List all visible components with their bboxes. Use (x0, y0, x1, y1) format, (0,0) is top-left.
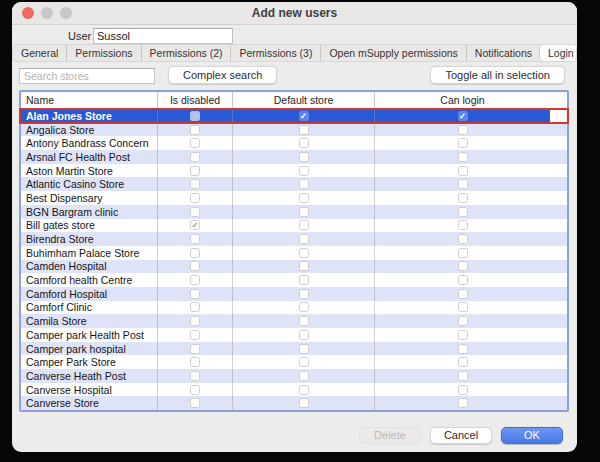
table-row[interactable]: Camford health Centre (21, 273, 567, 287)
checkbox-unchecked[interactable] (190, 125, 200, 135)
checkbox-unchecked[interactable] (299, 138, 309, 148)
checkbox-unchecked[interactable] (299, 357, 309, 367)
table-row[interactable]: Buhimham Palace Store (21, 246, 567, 260)
store-name-cell[interactable]: Antony Bandrass Concern (21, 136, 157, 150)
checkbox-unchecked[interactable] (190, 344, 200, 354)
checkbox-checked[interactable]: ✓ (299, 111, 309, 121)
checkbox-unchecked[interactable] (458, 193, 468, 203)
checkbox-unchecked[interactable] (299, 316, 309, 326)
checkbox-unchecked[interactable] (299, 234, 309, 244)
table-row[interactable]: BGN Bargram clinic (21, 205, 567, 219)
checkbox-unchecked[interactable] (458, 385, 468, 395)
column-header-name[interactable]: Name (21, 92, 157, 108)
checkbox-unchecked[interactable] (458, 289, 468, 299)
checkbox-unchecked[interactable] (458, 316, 468, 326)
table-row[interactable]: Camford Hospital (21, 287, 567, 301)
checkbox-unchecked[interactable] (299, 261, 309, 271)
store-name-cell[interactable]: Camford health Centre (21, 273, 157, 287)
checkbox-unchecked[interactable] (458, 302, 468, 312)
checkbox-unchecked[interactable] (458, 220, 468, 230)
vertical-scrollbar-thumb[interactable] (557, 110, 566, 123)
checkbox-unchecked[interactable] (458, 357, 468, 367)
checkbox-unchecked[interactable] (299, 275, 309, 285)
checkbox-unchecked[interactable] (458, 248, 468, 258)
store-name-cell[interactable]: Aston Martin Store (21, 164, 157, 178)
table-row[interactable]: Camper Park Store (21, 355, 567, 369)
store-name-cell[interactable]: Canverse Heath Post (21, 369, 157, 383)
checkbox-unchecked[interactable] (458, 398, 468, 408)
checkbox-unchecked[interactable] (299, 398, 309, 408)
table-row[interactable]: Angalica Store (21, 123, 567, 137)
checkbox-unchecked[interactable] (190, 385, 200, 395)
checkbox-unchecked[interactable] (299, 179, 309, 189)
column-header-is-disabled[interactable]: Is disabled (157, 92, 232, 108)
checkbox-unchecked[interactable] (190, 316, 200, 326)
checkbox-unchecked[interactable] (190, 166, 200, 176)
store-name-cell[interactable]: BGN Bargram clinic (21, 205, 157, 219)
store-name-cell[interactable]: Camper park hospital (21, 342, 157, 356)
table-row[interactable]: Canverse Store (21, 396, 567, 410)
store-name-cell[interactable]: Camper Park Store (21, 355, 157, 369)
store-name-cell[interactable]: Birendra Store (21, 232, 157, 246)
checkbox-unchecked[interactable] (299, 152, 309, 162)
checkbox-unchecked[interactable] (299, 248, 309, 258)
checkbox-unchecked[interactable] (458, 207, 468, 217)
checkbox-unchecked[interactable] (299, 330, 309, 340)
checkbox-unchecked[interactable] (458, 275, 468, 285)
table-row[interactable]: Arsnal FC Health Post (21, 150, 567, 164)
table-row[interactable]: Antony Bandrass Concern (21, 136, 567, 150)
complex-search-button[interactable]: Complex search (168, 66, 277, 84)
table-row[interactable]: Camden Hospital (21, 260, 567, 274)
checkbox-unchecked[interactable] (458, 330, 468, 340)
checkbox-unchecked[interactable] (190, 248, 200, 258)
checkbox-unchecked[interactable] (190, 207, 200, 217)
checkbox-unchecked[interactable] (299, 207, 309, 217)
store-name-cell[interactable]: Atlantic Casino Store (21, 177, 157, 191)
checkbox-unchecked[interactable] (458, 166, 468, 176)
column-header-can-login[interactable]: Can login (374, 92, 550, 108)
checkbox-unchecked[interactable] (458, 261, 468, 271)
user-name-input[interactable] (93, 28, 233, 44)
tab-permissions-3-[interactable]: Permissions (3) (230, 45, 320, 61)
checkbox-unchecked[interactable] (299, 344, 309, 354)
checkbox-unchecked[interactable] (458, 234, 468, 244)
tab-login-rights[interactable]: Login rights (540, 45, 577, 61)
checkbox-unchecked[interactable] (190, 371, 200, 381)
tab-notifications[interactable]: Notifications (466, 45, 540, 61)
checkbox-checked[interactable]: ✓ (458, 111, 468, 121)
checkbox-checked[interactable]: ✓ (190, 220, 200, 230)
store-name-cell[interactable]: Canverse Store (21, 396, 157, 410)
tab-general[interactable]: General (13, 45, 66, 61)
table-row[interactable]: Canverse Hospital (21, 383, 567, 397)
store-name-cell[interactable]: Camila Store (21, 314, 157, 328)
table-row[interactable]: Aston Martin Store (21, 164, 567, 178)
checkbox-unchecked[interactable] (299, 220, 309, 230)
table-row[interactable]: Best Dispensary (21, 191, 567, 205)
checkbox-unchecked[interactable] (190, 111, 200, 121)
tab-permissions[interactable]: Permissions (66, 45, 140, 61)
checkbox-unchecked[interactable] (190, 302, 200, 312)
column-header-default-store[interactable]: Default store (232, 92, 374, 108)
table-row[interactable]: Birendra Store (21, 232, 567, 246)
checkbox-unchecked[interactable] (458, 344, 468, 354)
checkbox-unchecked[interactable] (299, 193, 309, 203)
checkbox-unchecked[interactable] (190, 261, 200, 271)
store-name-cell[interactable]: Angalica Store (21, 123, 157, 137)
checkbox-unchecked[interactable] (190, 275, 200, 285)
checkbox-unchecked[interactable] (190, 234, 200, 244)
toggle-all-in-selection-button[interactable]: Toggle all in selection (430, 66, 565, 84)
store-name-cell[interactable]: Camforf Clinic (21, 301, 157, 315)
store-name-cell[interactable]: Arsnal FC Health Post (21, 150, 157, 164)
store-name-cell[interactable]: Canverse Hospital (21, 383, 157, 397)
tab-open-msupply-permissions[interactable]: Open mSupply permissions (320, 45, 465, 61)
checkbox-unchecked[interactable] (190, 152, 200, 162)
checkbox-unchecked[interactable] (458, 152, 468, 162)
table-row[interactable]: Alan Jones Store✓✓ (21, 109, 567, 123)
checkbox-unchecked[interactable] (190, 330, 200, 340)
store-name-cell[interactable]: Camford Hospital (21, 287, 157, 301)
delete-button[interactable]: Delete (359, 427, 421, 444)
table-row[interactable]: Atlantic Casino Store (21, 177, 567, 191)
checkbox-unchecked[interactable] (299, 385, 309, 395)
checkbox-unchecked[interactable] (299, 371, 309, 381)
table-row[interactable]: Canverse Heath Post (21, 369, 567, 383)
